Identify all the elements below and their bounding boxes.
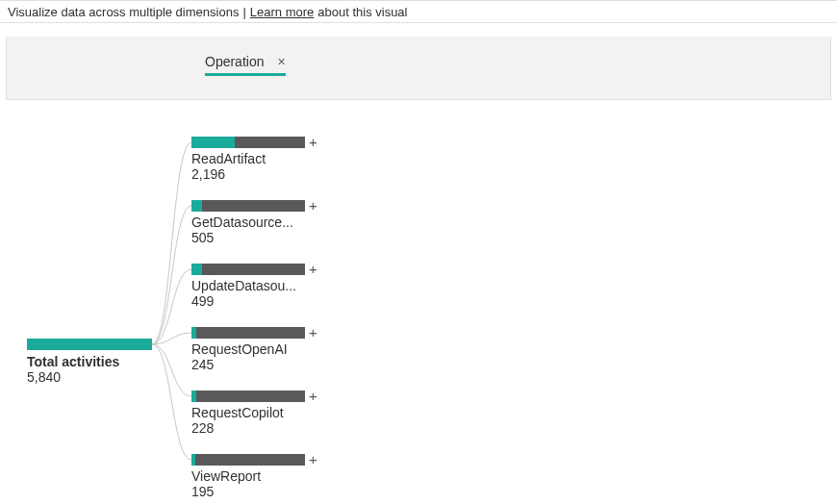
child-node[interactable]: +UpdateDatasou...499 [191, 264, 336, 309]
child-bar-fill [191, 264, 202, 275]
expand-icon[interactable]: + [309, 325, 317, 340]
expand-icon[interactable]: + [309, 198, 317, 213]
child-label: RequestCopilot [191, 405, 317, 420]
child-bar [191, 264, 305, 275]
child-bar [191, 327, 305, 339]
info-bar: Visualize data across multiple dimension… [0, 0, 837, 23]
child-value: 195 [191, 484, 336, 499]
column-header-band: Operation × [6, 37, 831, 100]
child-value: 499 [191, 293, 336, 309]
learn-more-link[interactable]: Learn more [250, 5, 314, 19]
child-label: GetDatasource... [191, 214, 317, 230]
root-value: 5,840 [27, 369, 152, 385]
child-label: ReadArtifact [191, 151, 317, 166]
child-node[interactable]: +GetDatasource...505 [191, 200, 336, 245]
child-node[interactable]: +ReadArtifact2,196 [191, 137, 336, 182]
root-bar [27, 339, 152, 350]
child-bar-fill [191, 137, 235, 148]
child-bar [191, 137, 305, 148]
tree-canvas: Total activities 5,840 +ReadArtifact2,19… [0, 100, 837, 504]
child-label: ViewReport [191, 468, 317, 484]
info-separator: | [242, 5, 245, 19]
root-node[interactable]: Total activities 5,840 [27, 339, 152, 385]
child-label: UpdateDatasou... [191, 278, 317, 293]
child-bar-fill [191, 391, 196, 402]
child-value: 228 [191, 420, 336, 436]
info-text: Visualize data across multiple dimension… [8, 5, 239, 19]
column-label: Operation [205, 54, 264, 69]
child-bar [191, 454, 305, 466]
child-label: RequestOpenAI [191, 341, 317, 357]
info-suffix: about this visual [317, 5, 407, 19]
expand-icon[interactable]: + [309, 389, 317, 403]
root-label: Total activities [27, 354, 152, 369]
child-bar-fill [191, 454, 195, 466]
child-value: 2,196 [191, 166, 336, 182]
close-icon[interactable]: × [277, 55, 285, 68]
child-node[interactable]: +ViewReport195 [191, 454, 336, 499]
child-node[interactable]: +RequestOpenAI245 [191, 327, 336, 372]
child-value: 245 [191, 357, 336, 372]
expand-icon[interactable]: + [309, 262, 317, 276]
tree-connectors [0, 100, 837, 504]
expand-icon[interactable]: + [309, 452, 317, 466]
child-bar-fill [191, 200, 202, 212]
child-bar [191, 391, 305, 402]
child-value: 505 [191, 230, 336, 245]
child-bar-fill [191, 327, 196, 339]
column-pill-operation[interactable]: Operation × [205, 54, 286, 76]
child-node[interactable]: +RequestCopilot228 [191, 391, 336, 436]
child-bar [191, 200, 305, 212]
expand-icon[interactable]: + [309, 135, 317, 149]
